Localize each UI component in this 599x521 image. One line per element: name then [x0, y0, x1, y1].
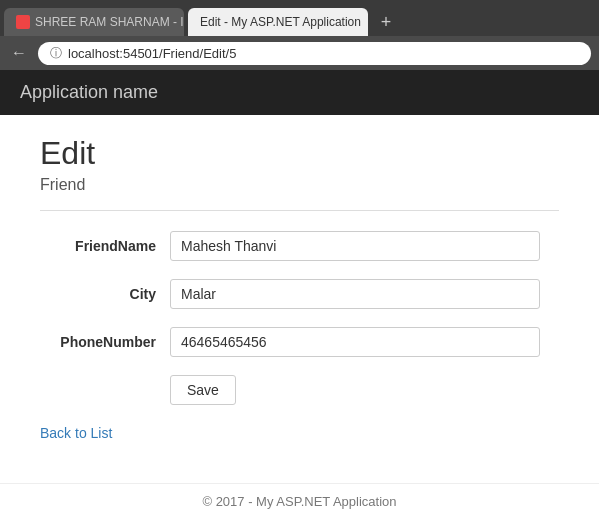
browser-chrome: SHREE RAM SHARNAM - Int... × Edit - My A… [0, 0, 599, 70]
save-button[interactable]: Save [170, 375, 236, 405]
save-row: Save [40, 375, 540, 405]
page-subtitle: Friend [40, 176, 559, 194]
tab-inactive-label: SHREE RAM SHARNAM - Int... [35, 15, 184, 29]
page-title: Edit [40, 135, 559, 172]
tab-active[interactable]: Edit - My ASP.NET Application × [188, 8, 368, 36]
address-bar[interactable]: ⓘ localhost:54501/Friend/Edit/5 [38, 42, 591, 65]
address-bar-row: ← ⓘ localhost:54501/Friend/Edit/5 [0, 36, 599, 70]
back-to-list-link[interactable]: Back to List [40, 425, 559, 441]
page-content: Edit Friend FriendName City PhoneNumber … [0, 115, 599, 461]
tab-favicon [16, 15, 30, 29]
address-text: localhost:54501/Friend/Edit/5 [68, 46, 236, 61]
info-icon: ⓘ [50, 45, 62, 62]
app-navbar: Application name [0, 70, 599, 115]
city-input[interactable] [170, 279, 540, 309]
tab-bar: SHREE RAM SHARNAM - Int... × Edit - My A… [0, 0, 599, 36]
new-tab-button[interactable]: + [372, 8, 400, 36]
page-footer: © 2017 - My ASP.NET Application [0, 483, 599, 509]
phone-input[interactable] [170, 327, 540, 357]
friend-name-input[interactable] [170, 231, 540, 261]
friend-name-label: FriendName [40, 238, 170, 254]
divider [40, 210, 559, 211]
tab-active-label: Edit - My ASP.NET Application [200, 15, 361, 29]
phone-label: PhoneNumber [40, 334, 170, 350]
city-label: City [40, 286, 170, 302]
app-name: Application name [20, 82, 158, 102]
tab-inactive[interactable]: SHREE RAM SHARNAM - Int... × [4, 8, 184, 36]
city-row: City [40, 279, 540, 309]
edit-form: FriendName City PhoneNumber Save [40, 231, 540, 405]
friend-name-row: FriendName [40, 231, 540, 261]
back-button[interactable]: ← [8, 44, 30, 62]
phone-row: PhoneNumber [40, 327, 540, 357]
